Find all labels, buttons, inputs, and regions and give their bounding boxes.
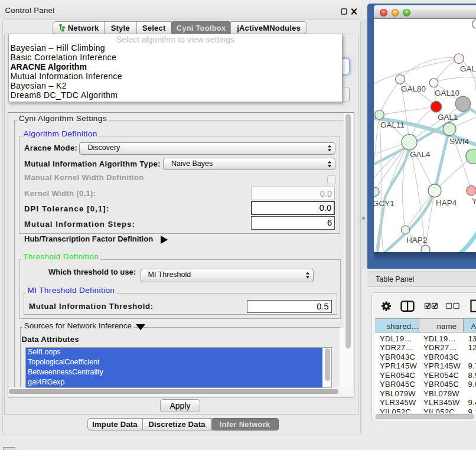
svg-text:HAP4: HAP4 [436, 198, 457, 207]
svg-text:GCY1: GCY1 [374, 199, 395, 208]
svg-text:GAL7: GAL7 [460, 64, 476, 73]
svg-text:Y: Y [472, 197, 476, 206]
svg-text:GAL10: GAL10 [435, 89, 459, 97]
svg-text:GAL4: GAL4 [410, 149, 431, 158]
svg-text:GAL80: GAL80 [401, 84, 426, 93]
svg-text:HAP2: HAP2 [406, 235, 427, 244]
svg-text:GAL11: GAL11 [380, 120, 405, 129]
svg-text:GAL1: GAL1 [438, 113, 458, 122]
svg-text:SWI4: SWI4 [449, 136, 469, 145]
